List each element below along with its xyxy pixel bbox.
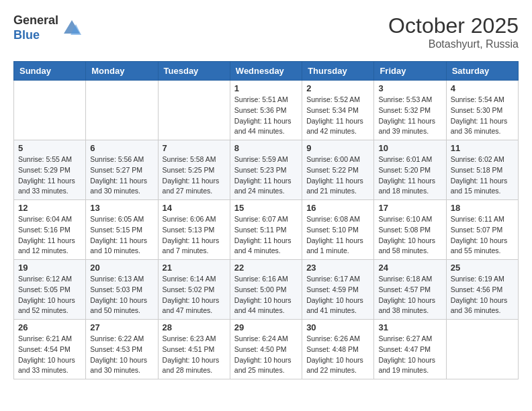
day-number: 26	[18, 322, 81, 332]
calendar-cell: 9Sunrise: 6:00 AMSunset: 5:22 PMDaylight…	[302, 140, 374, 200]
day-info: Sunrise: 5:56 AMSunset: 5:27 PMDaylight:…	[90, 154, 153, 197]
day-info: Sunrise: 6:11 AMSunset: 5:07 PMDaylight:…	[451, 214, 514, 257]
day-number: 24	[378, 263, 441, 273]
day-info: Sunrise: 5:52 AMSunset: 5:34 PMDaylight:…	[306, 95, 369, 137]
calendar-cell: 10Sunrise: 6:01 AMSunset: 5:20 PMDayligh…	[374, 140, 446, 200]
calendar-cell: 15Sunrise: 6:07 AMSunset: 5:11 PMDayligh…	[230, 200, 302, 260]
day-number: 3	[378, 83, 441, 93]
calendar-cell: 13Sunrise: 6:05 AMSunset: 5:15 PMDayligh…	[86, 200, 158, 260]
day-info: Sunrise: 5:54 AMSunset: 5:30 PMDaylight:…	[451, 95, 514, 137]
title-block: October 2025 Botashyurt, Russia	[388, 13, 519, 50]
calendar-cell: 3Sunrise: 5:53 AMSunset: 5:32 PMDaylight…	[374, 81, 446, 140]
day-number: 31	[378, 322, 441, 332]
calendar-cell: 7Sunrise: 5:58 AMSunset: 5:25 PMDaylight…	[158, 140, 230, 200]
day-number: 7	[163, 143, 226, 153]
day-number: 9	[306, 143, 369, 153]
day-number: 12	[18, 203, 81, 213]
day-number: 2	[306, 83, 369, 93]
calendar-cell: 31Sunrise: 6:27 AMSunset: 4:47 PMDayligh…	[374, 320, 446, 379]
calendar-cell: 1Sunrise: 5:51 AMSunset: 5:36 PMDaylight…	[230, 81, 302, 140]
calendar-week-row: 26Sunrise: 6:21 AMSunset: 4:54 PMDayligh…	[14, 320, 519, 379]
day-header: Thursday	[302, 62, 374, 81]
calendar-cell	[158, 81, 230, 140]
calendar-cell: 30Sunrise: 6:26 AMSunset: 4:48 PMDayligh…	[302, 320, 374, 379]
day-info: Sunrise: 6:23 AMSunset: 4:51 PMDaylight:…	[163, 334, 226, 376]
day-info: Sunrise: 6:12 AMSunset: 5:05 PMDaylight:…	[18, 274, 81, 316]
day-info: Sunrise: 6:16 AMSunset: 5:00 PMDaylight:…	[234, 274, 298, 316]
day-header: Monday	[86, 62, 158, 81]
calendar-cell: 21Sunrise: 6:14 AMSunset: 5:02 PMDayligh…	[158, 260, 230, 320]
day-number: 16	[306, 203, 369, 213]
day-number: 8	[234, 143, 298, 153]
calendar-cell: 8Sunrise: 5:59 AMSunset: 5:23 PMDaylight…	[230, 140, 302, 200]
day-number: 23	[306, 263, 369, 273]
day-number: 22	[234, 263, 298, 273]
day-info: Sunrise: 5:55 AMSunset: 5:29 PMDaylight:…	[18, 154, 81, 197]
day-number: 21	[163, 263, 226, 273]
day-info: Sunrise: 6:01 AMSunset: 5:20 PMDaylight:…	[378, 154, 441, 197]
logo-icon	[62, 19, 81, 38]
calendar-cell: 6Sunrise: 5:56 AMSunset: 5:27 PMDaylight…	[86, 140, 158, 200]
calendar-cell	[446, 320, 518, 379]
day-info: Sunrise: 6:06 AMSunset: 5:13 PMDaylight:…	[163, 214, 226, 257]
day-info: Sunrise: 5:58 AMSunset: 5:25 PMDaylight:…	[163, 154, 226, 197]
calendar-cell: 22Sunrise: 6:16 AMSunset: 5:00 PMDayligh…	[230, 260, 302, 320]
calendar-cell	[14, 81, 86, 140]
day-number: 17	[378, 203, 441, 213]
day-number: 5	[18, 143, 81, 153]
day-number: 25	[451, 263, 514, 273]
calendar-cell: 2Sunrise: 5:52 AMSunset: 5:34 PMDaylight…	[302, 81, 374, 140]
day-info: Sunrise: 6:00 AMSunset: 5:22 PMDaylight:…	[306, 154, 369, 197]
day-info: Sunrise: 5:53 AMSunset: 5:32 PMDaylight:…	[378, 95, 441, 137]
calendar-cell: 11Sunrise: 6:02 AMSunset: 5:18 PMDayligh…	[446, 140, 518, 200]
day-info: Sunrise: 6:08 AMSunset: 5:10 PMDaylight:…	[306, 214, 369, 257]
day-number: 19	[18, 263, 81, 273]
calendar-header-row: SundayMondayTuesdayWednesdayThursdayFrid…	[14, 62, 519, 81]
calendar-cell: 12Sunrise: 6:04 AMSunset: 5:16 PMDayligh…	[14, 200, 86, 260]
calendar-cell: 24Sunrise: 6:18 AMSunset: 4:57 PMDayligh…	[374, 260, 446, 320]
day-number: 1	[234, 83, 298, 93]
day-number: 13	[90, 203, 153, 213]
calendar-cell: 26Sunrise: 6:21 AMSunset: 4:54 PMDayligh…	[14, 320, 86, 379]
day-number: 10	[378, 143, 441, 153]
logo: General Blue	[13, 13, 81, 42]
day-info: Sunrise: 6:07 AMSunset: 5:11 PMDaylight:…	[234, 214, 298, 257]
location-title: Botashyurt, Russia	[388, 38, 519, 50]
day-info: Sunrise: 6:13 AMSunset: 5:03 PMDaylight:…	[90, 274, 153, 316]
day-number: 18	[451, 203, 514, 213]
day-info: Sunrise: 5:51 AMSunset: 5:36 PMDaylight:…	[234, 95, 298, 137]
day-number: 29	[234, 322, 298, 332]
day-number: 28	[163, 322, 226, 332]
day-info: Sunrise: 6:24 AMSunset: 4:50 PMDaylight:…	[234, 334, 298, 376]
calendar-cell: 23Sunrise: 6:17 AMSunset: 4:59 PMDayligh…	[302, 260, 374, 320]
day-number: 6	[90, 143, 153, 153]
logo-general-text: General	[13, 13, 58, 28]
day-info: Sunrise: 6:17 AMSunset: 4:59 PMDaylight:…	[306, 274, 369, 316]
calendar-cell: 18Sunrise: 6:11 AMSunset: 5:07 PMDayligh…	[446, 200, 518, 260]
day-number: 20	[90, 263, 153, 273]
day-info: Sunrise: 5:59 AMSunset: 5:23 PMDaylight:…	[234, 154, 298, 197]
calendar-week-row: 1Sunrise: 5:51 AMSunset: 5:36 PMDaylight…	[14, 81, 519, 140]
day-header: Friday	[374, 62, 446, 81]
day-info: Sunrise: 6:05 AMSunset: 5:15 PMDaylight:…	[90, 214, 153, 257]
calendar-cell	[86, 81, 158, 140]
day-info: Sunrise: 6:26 AMSunset: 4:48 PMDaylight:…	[306, 334, 369, 376]
calendar-table: SundayMondayTuesdayWednesdayThursdayFrid…	[13, 61, 519, 379]
day-info: Sunrise: 6:04 AMSunset: 5:16 PMDaylight:…	[18, 214, 81, 257]
day-number: 30	[306, 322, 369, 332]
day-info: Sunrise: 6:10 AMSunset: 5:08 PMDaylight:…	[378, 214, 441, 257]
calendar-cell: 29Sunrise: 6:24 AMSunset: 4:50 PMDayligh…	[230, 320, 302, 379]
calendar-cell: 17Sunrise: 6:10 AMSunset: 5:08 PMDayligh…	[374, 200, 446, 260]
calendar-cell: 28Sunrise: 6:23 AMSunset: 4:51 PMDayligh…	[158, 320, 230, 379]
month-title: October 2025	[388, 13, 519, 38]
day-number: 15	[234, 203, 298, 213]
day-info: Sunrise: 6:21 AMSunset: 4:54 PMDaylight:…	[18, 334, 81, 376]
day-number: 27	[90, 322, 153, 332]
day-number: 11	[451, 143, 514, 153]
day-info: Sunrise: 6:19 AMSunset: 4:56 PMDaylight:…	[451, 274, 514, 316]
page-header: General Blue October 2025 Botashyurt, Ru…	[13, 13, 519, 50]
calendar-week-row: 5Sunrise: 5:55 AMSunset: 5:29 PMDaylight…	[14, 140, 519, 200]
day-number: 4	[451, 83, 514, 93]
logo-blue-text: Blue	[13, 28, 58, 43]
day-info: Sunrise: 6:18 AMSunset: 4:57 PMDaylight:…	[378, 274, 441, 316]
